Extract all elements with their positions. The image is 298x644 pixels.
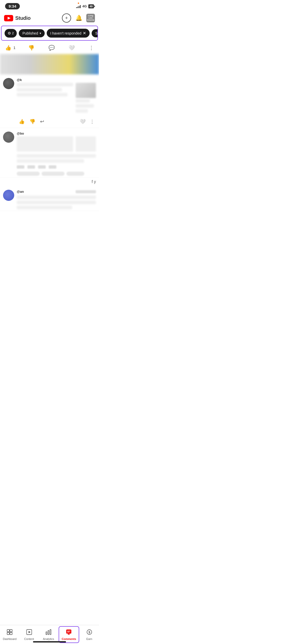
comment-heart-icon[interactable]: 🤍 xyxy=(78,118,88,125)
comment-item: @k 👍 👎 ↩ 🤍 ⋮ xyxy=(0,74,99,128)
comment-item: @bo xyxy=(0,128,99,178)
comment-reply-icon[interactable]: ↩ xyxy=(38,118,46,125)
comment-1-actions: 👍 👎 ↩ 🤍 ⋮ xyxy=(17,116,96,128)
studio-label: Studio xyxy=(15,15,30,21)
comment-text-line3 xyxy=(17,93,68,96)
comment-time-blur xyxy=(76,190,96,193)
close-icon[interactable]: ✕ xyxy=(83,31,86,36)
comment-username: @k xyxy=(17,78,96,82)
comment-text-block xyxy=(17,136,73,152)
se-filter-button[interactable]: Se xyxy=(92,29,98,37)
fy-section: f y xyxy=(0,178,99,186)
signal-bar-3 xyxy=(79,6,79,8)
thumbs-up-icon[interactable]: 👍 xyxy=(4,44,12,52)
published-label: Published xyxy=(22,31,38,35)
plus-icon: + xyxy=(65,15,68,21)
comment-like-icon[interactable]: 👍 xyxy=(17,118,27,125)
channel-avatar[interactable]: Long Live Cinema xyxy=(86,14,95,22)
stat-block3 xyxy=(38,165,46,169)
comment-meta-blur3 xyxy=(76,109,88,113)
signal-dot xyxy=(78,3,79,4)
comment-meta-blur1 xyxy=(76,99,90,103)
avatar xyxy=(3,190,14,201)
youtube-logo-icon xyxy=(4,15,13,21)
comment-more-button[interactable]: ⋮ xyxy=(88,118,96,125)
thumbs-down-icon[interactable]: 👎 xyxy=(27,44,36,52)
signal-bars xyxy=(76,5,81,8)
stat-block2 xyxy=(27,165,35,169)
network-label: 4G xyxy=(82,4,87,8)
comment3-line2 xyxy=(17,201,96,204)
like-group: 👍 1 xyxy=(4,44,15,52)
header: Studio + 🔔 Long Live Cinema xyxy=(0,11,99,26)
bell-button[interactable]: 🔔 xyxy=(74,13,83,23)
filter-sliders-icon: ⚙ xyxy=(8,31,11,36)
comment-meta-blur2 xyxy=(76,104,94,108)
comment-line1 xyxy=(17,154,96,158)
comment3-line1 xyxy=(17,196,96,199)
bell-icon: 🔔 xyxy=(75,15,82,21)
logo-area: Studio xyxy=(4,15,30,21)
comment-image-2 xyxy=(76,136,96,152)
comment-username: @an xyxy=(17,190,24,194)
stat-block4 xyxy=(49,165,56,169)
more-options-button[interactable]: ⋮ xyxy=(88,44,95,52)
comment-content: @bo xyxy=(17,132,96,177)
signal-bar-2 xyxy=(77,7,78,8)
signal-bar-1 xyxy=(76,7,77,8)
avatar xyxy=(3,132,14,143)
fy-text: f y xyxy=(92,180,96,184)
avatar xyxy=(3,78,14,89)
header-icons: + 🔔 Long Live Cinema xyxy=(62,13,95,23)
status-right: 4G 49 xyxy=(76,4,94,8)
status-bar: 9:34 4G 49 xyxy=(0,0,99,11)
comment3-line3 xyxy=(17,206,72,209)
comment-pills-row xyxy=(17,171,96,177)
signal-bar-4 xyxy=(80,5,81,8)
video-preview-thumbnail xyxy=(0,54,99,74)
comment-username: @bo xyxy=(17,132,96,135)
comment-content: @an xyxy=(17,190,96,211)
status-time: 9:34 xyxy=(5,3,20,9)
responded-filter-button[interactable]: I haven't responded ✕ xyxy=(47,29,90,38)
reply-icon[interactable]: 💬 xyxy=(47,44,56,52)
like-count: 1 xyxy=(13,46,15,50)
filter-bar: ⚙ 2 Published ▾ I haven't responded ✕ Se xyxy=(1,26,98,41)
comment-item: @an xyxy=(0,186,99,211)
comment-text-line1 xyxy=(17,83,73,86)
comment-dislike-icon[interactable]: 👎 xyxy=(27,118,38,125)
comment-line2 xyxy=(17,159,84,163)
comment-stats-row xyxy=(17,164,96,170)
chevron-down-icon: ▾ xyxy=(40,31,41,35)
pill1 xyxy=(17,172,40,176)
published-filter-button[interactable]: Published ▾ xyxy=(19,29,45,37)
filter-count-label: 2 xyxy=(12,31,14,35)
stat-block1 xyxy=(17,165,24,169)
se-label: Se xyxy=(95,31,98,35)
create-button[interactable]: + xyxy=(62,13,71,23)
pill3 xyxy=(67,172,84,176)
pill2 xyxy=(42,172,64,176)
comment-content: @k 👍 👎 ↩ 🤍 ⋮ xyxy=(17,78,96,128)
comment-text-line2 xyxy=(17,88,62,91)
comment-image-preview xyxy=(76,83,96,98)
battery-icon: 49 xyxy=(88,4,94,8)
first-comment-actions: 👍 1 👎 💬 🤍 ⋮ xyxy=(0,42,99,54)
responded-label: I haven't responded xyxy=(50,31,81,35)
filter-count-button[interactable]: ⚙ 2 xyxy=(5,29,17,38)
heart-icon[interactable]: 🤍 xyxy=(68,44,76,52)
